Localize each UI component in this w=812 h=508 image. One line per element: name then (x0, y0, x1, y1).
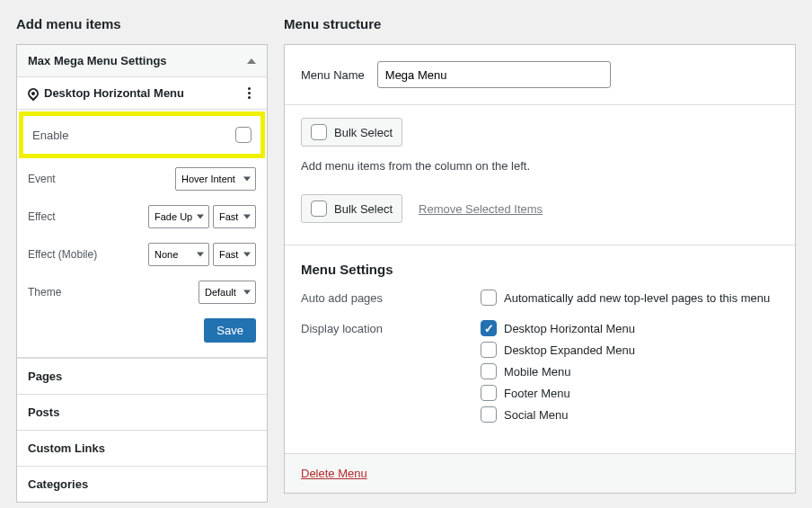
accordion-label: Categories (28, 477, 88, 491)
theme-label: Theme (28, 286, 61, 299)
more-options-icon[interactable] (242, 87, 256, 99)
add-menu-items-title: Add menu items (16, 16, 268, 31)
accordion-custom-links[interactable]: Custom Links (17, 430, 267, 466)
event-row: Event Hover Intent (17, 160, 267, 198)
event-label: Event (28, 173, 56, 185)
bulk-select-label-2: Bulk Select (334, 202, 393, 216)
event-select[interactable]: Hover Intent (175, 167, 256, 191)
effect-row: Effect Fade Up Fast (17, 198, 267, 236)
menu-name-input[interactable] (377, 61, 611, 88)
accordion-posts[interactable]: Posts (17, 394, 267, 430)
delete-menu-link[interactable]: Delete Menu (301, 467, 367, 480)
location-label-0: Desktop Horizontal Menu (504, 322, 635, 335)
mega-settings-header[interactable]: Max Mega Menu Settings (17, 45, 267, 77)
effect-select[interactable]: Fade Up (148, 205, 209, 228)
auto-add-label: Auto add pages (301, 290, 481, 305)
remove-selected-link[interactable]: Remove Selected Items (419, 202, 543, 216)
auto-add-option-label: Automatically add new top-level pages to… (504, 291, 770, 305)
bulk-select-checkbox[interactable] (311, 124, 327, 140)
accordion-label: Custom Links (28, 441, 105, 455)
location-pin-icon (26, 85, 41, 101)
bulk-select-button-2[interactable]: Bulk Select (301, 194, 402, 223)
chevron-up-icon (247, 58, 256, 64)
effect-speed-select[interactable]: Fast (213, 205, 256, 228)
location-label: Desktop Horizontal Menu (44, 86, 184, 100)
bulk-select-checkbox-2[interactable] (311, 201, 327, 217)
theme-select[interactable]: Default (199, 281, 256, 304)
helper-text: Add menu items from the column on the le… (285, 159, 795, 191)
effect-mobile-label: Effect (Mobile) (28, 248, 97, 261)
location-checkbox-4[interactable] (481, 406, 497, 423)
location-checkbox-2[interactable] (481, 363, 497, 379)
theme-row: Theme Default (17, 273, 267, 311)
bulk-select-button[interactable]: Bulk Select (301, 118, 402, 147)
save-button[interactable]: Save (204, 318, 256, 343)
location-checkbox-0[interactable] (481, 320, 497, 336)
location-label-4: Social Menu (504, 408, 569, 422)
enable-checkbox[interactable] (235, 127, 252, 143)
accordion-categories[interactable]: Categories (17, 466, 267, 502)
accordion-label: Pages (28, 370, 62, 383)
bulk-select-label: Bulk Select (334, 126, 393, 139)
enable-row: Enable (19, 111, 265, 158)
enable-label: Enable (32, 129, 68, 142)
effect-mobile-select[interactable]: None (148, 243, 209, 266)
location-label-2: Mobile Menu (504, 365, 570, 379)
effect-label: Effect (28, 210, 55, 223)
effect-mobile-row: Effect (Mobile) None Fast (17, 236, 267, 273)
menu-structure-title: Menu structure (284, 16, 796, 31)
location-label-3: Footer Menu (504, 387, 570, 400)
location-checkbox-1[interactable] (481, 342, 497, 358)
menu-settings-title: Menu Settings (301, 262, 779, 277)
mega-settings-title: Max Mega Menu Settings (28, 54, 167, 67)
location-checkbox-3[interactable] (481, 385, 497, 401)
accordion-pages[interactable]: Pages (17, 358, 267, 394)
auto-add-checkbox[interactable] (481, 290, 497, 306)
location-row: Desktop Horizontal Menu (17, 77, 267, 110)
effect-mobile-speed-select[interactable]: Fast (213, 243, 256, 266)
location-label-1: Desktop Expanded Menu (504, 343, 635, 357)
accordion-label: Posts (28, 406, 59, 419)
menu-name-label: Menu Name (301, 68, 365, 82)
display-location-label: Display location (301, 320, 481, 335)
